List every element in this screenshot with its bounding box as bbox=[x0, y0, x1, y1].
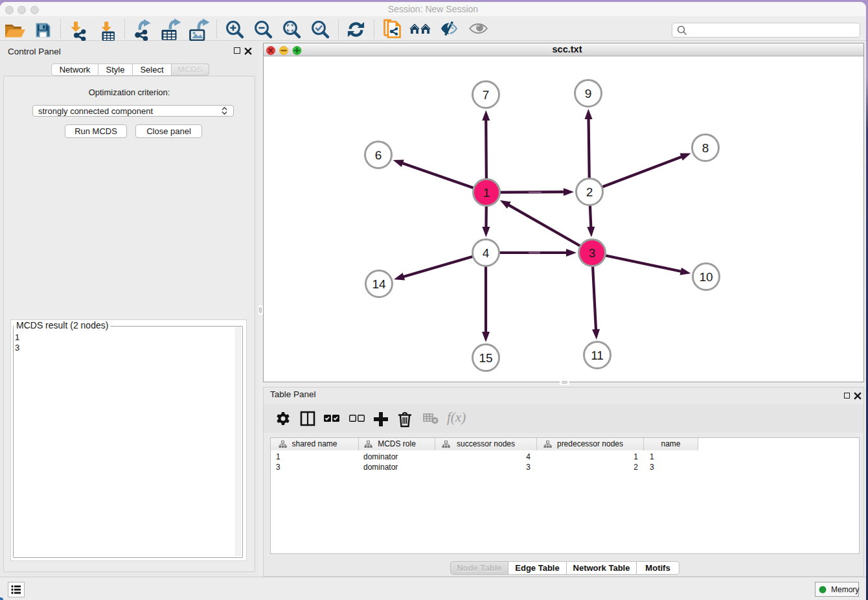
svg-text:10: 10 bbox=[699, 270, 713, 284]
svg-text:3: 3 bbox=[589, 246, 596, 260]
svg-text:4: 4 bbox=[483, 246, 490, 260]
svg-text:7: 7 bbox=[483, 88, 490, 102]
svg-text:15: 15 bbox=[479, 351, 492, 365]
svg-text:14: 14 bbox=[372, 277, 386, 291]
svg-text:2: 2 bbox=[586, 185, 593, 199]
svg-text:8: 8 bbox=[702, 141, 709, 155]
svg-text:1: 1 bbox=[483, 186, 490, 200]
svg-text:6: 6 bbox=[375, 148, 382, 162]
svg-text:11: 11 bbox=[591, 349, 604, 362]
svg-text:9: 9 bbox=[585, 87, 592, 100]
